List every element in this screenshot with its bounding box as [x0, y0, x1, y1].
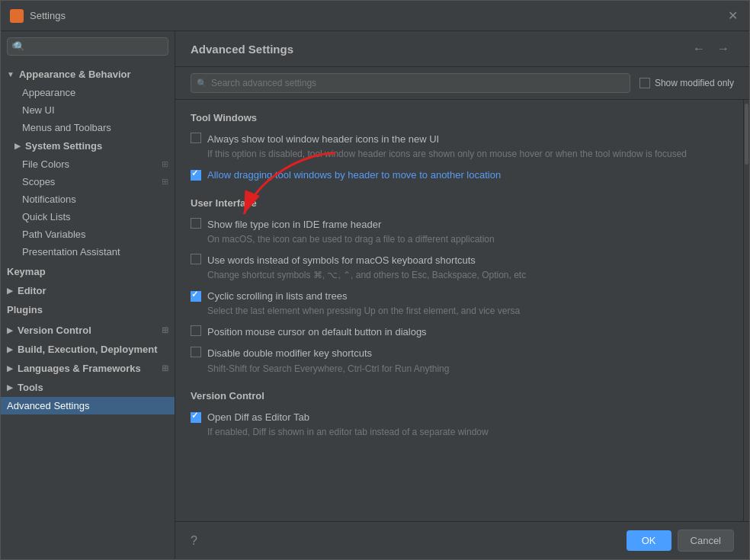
ok-button[interactable]: OK	[627, 530, 671, 551]
sidebar-label-file-colors: File Colors	[22, 158, 69, 170]
setting-label-vc1: Open Diff as Editor Tab	[207, 411, 309, 424]
sidebar-label-build-execution: Build, Execution, Deployment	[18, 344, 157, 355]
setting-desc-ui1: On macOS, the icon can be used to drag a…	[207, 233, 734, 246]
sidebar-item-keymap[interactable]: Keymap	[1, 262, 175, 281]
checkbox-ui1[interactable]	[191, 218, 201, 229]
sidebar-item-notifications[interactable]: Notifications	[1, 190, 175, 208]
sidebar-item-quick-lists[interactable]: Quick Lists	[1, 208, 175, 226]
setting-row-ui3: Cyclic scrolling in lists and trees	[191, 290, 734, 303]
show-modified-checkbox[interactable]	[639, 78, 650, 88]
checkbox-ui3[interactable]	[191, 291, 201, 302]
cancel-button[interactable]: Cancel	[678, 530, 734, 552]
scrollbar-track[interactable]	[743, 100, 749, 521]
setting-label-ui3: Cyclic scrolling in lists and trees	[207, 290, 348, 303]
help-button[interactable]: ?	[191, 534, 197, 548]
checkbox-tw1[interactable]	[191, 133, 201, 143]
panel-header: Advanced Settings ← →	[175, 31, 749, 67]
sidebar-item-tools[interactable]: ▶ Tools	[1, 378, 175, 397]
setting-item-ui5: Disable double modifier key shortcuts Sh…	[191, 347, 734, 375]
chevron-down-icon: ▼	[7, 70, 14, 78]
setting-row-ui2: Use words instead of symbols for macOS k…	[191, 254, 734, 267]
checkbox-ui4[interactable]	[191, 325, 201, 336]
setting-label-tw2: Allow dragging tool windows by header to…	[207, 168, 501, 182]
sidebar-label-quick-lists: Quick Lists	[22, 211, 71, 222]
panel-content: Tool Windows Always show tool window hea…	[175, 100, 749, 521]
sidebar-item-menus-toolbars[interactable]: Menus and Toolbars	[1, 119, 175, 136]
sidebar-item-scopes[interactable]: Scopes ⊞	[1, 173, 175, 190]
sidebar-item-build-execution[interactable]: ▶ Build, Execution, Deployment	[1, 340, 175, 359]
forward-button[interactable]: →	[713, 40, 734, 57]
setting-label-ui2: Use words instead of symbols for macOS k…	[207, 254, 476, 267]
sidebar-label-tools: Tools	[18, 382, 43, 393]
setting-desc-ui2: Change shortcut symbols ⌘, ⌥, ⌃, and oth…	[207, 269, 734, 282]
checkbox-ui2[interactable]	[191, 254, 201, 264]
section-title-version-control: Version Control	[191, 390, 734, 402]
sidebar-item-languages-frameworks[interactable]: ▶ Languages & Frameworks ⊞	[1, 359, 175, 378]
setting-row-ui1: Show file type icon in IDE frame header	[191, 218, 734, 232]
checkbox-ui5[interactable]	[191, 347, 201, 357]
sidebar-search-wrap	[1, 31, 175, 62]
sidebar-item-file-colors[interactable]: File Colors ⊞	[1, 155, 175, 173]
sidebar-label-presentation-assistant: Presentation Assistant	[22, 246, 120, 258]
nav-buttons: ← →	[688, 40, 734, 57]
sidebar-label-languages-frameworks: Languages & Frameworks	[18, 363, 141, 374]
sidebar-item-version-control[interactable]: ▶ Version Control ⊞	[1, 321, 175, 340]
sidebar-label-scopes: Scopes	[22, 176, 55, 187]
sidebar-item-appearance[interactable]: Appearance	[1, 84, 175, 101]
scrollbar-thumb[interactable]	[745, 104, 748, 165]
sidebar-item-path-variables[interactable]: Path Variables	[1, 226, 175, 243]
app-icon	[10, 9, 24, 23]
sidebar-nav: ▼ Appearance & Behavior Appearance New U…	[1, 62, 175, 559]
sidebar-search-input[interactable]	[7, 37, 168, 56]
sidebar-label-new-ui: New UI	[22, 104, 55, 116]
sidebar-label-system-settings: System Settings	[25, 140, 102, 152]
scopes-icon: ⊞	[162, 177, 168, 187]
sidebar-item-appearance-behavior[interactable]: ▼ Appearance & Behavior	[1, 65, 175, 84]
sidebar-label-plugins: Plugins	[7, 304, 43, 315]
sidebar-item-new-ui[interactable]: New UI	[1, 101, 175, 119]
setting-row-ui5: Disable double modifier key shortcuts	[191, 347, 734, 360]
search-wrap	[191, 73, 630, 93]
sidebar-item-editor[interactable]: ▶ Editor	[1, 281, 175, 300]
sidebar-label-editor: Editor	[18, 285, 46, 296]
setting-desc-ui5: Shift-Shift for Search Everywhere, Ctrl-…	[207, 363, 734, 376]
setting-item-tw2: Allow dragging tool windows by header to…	[191, 168, 734, 182]
sidebar-item-presentation-assistant[interactable]: Presentation Assistant	[1, 243, 175, 261]
checkbox-tw2[interactable]	[191, 170, 201, 181]
sidebar-label-appearance: Appearance	[22, 87, 75, 98]
setting-row-tw2: Allow dragging tool windows by header to…	[191, 168, 734, 182]
sidebar-item-system-settings[interactable]: ▶ System Settings	[1, 136, 175, 155]
section-title-user-interface: User Interface	[191, 197, 734, 209]
panel-toolbar: Show modified only	[175, 67, 749, 100]
panel-body-wrap: Tool Windows Always show tool window hea…	[175, 100, 749, 521]
setting-row-ui4: Position mouse cursor on default button …	[191, 325, 734, 339]
panel-search-input[interactable]	[191, 73, 630, 93]
sidebar-label-notifications: Notifications	[22, 194, 76, 205]
chevron-right-icon-lang: ▶	[7, 364, 13, 373]
chevron-right-icon: ▶	[14, 142, 21, 150]
setting-label-tw1: Always show tool window header icons in …	[207, 133, 439, 146]
show-modified-wrap: Show modified only	[639, 78, 734, 88]
setting-row-vc1: Open Diff as Editor Tab	[191, 411, 734, 424]
chevron-right-icon-editor: ▶	[7, 286, 13, 295]
vc-icon: ⊞	[162, 325, 168, 335]
back-button[interactable]: ←	[688, 40, 710, 57]
checkbox-vc1[interactable]	[191, 412, 201, 423]
section-title-tool-windows: Tool Windows	[191, 112, 734, 123]
setting-item-ui4: Position mouse cursor on default button …	[191, 325, 734, 339]
sidebar-label-advanced-settings: Advanced Settings	[7, 400, 89, 411]
section-tool-windows: Tool Windows Always show tool window hea…	[191, 112, 734, 182]
sidebar-label-appearance-behavior: Appearance & Behavior	[19, 69, 131, 80]
setting-item-ui1: Show file type icon in IDE frame header …	[191, 218, 734, 246]
window-title: Settings	[30, 10, 66, 21]
right-panel: Advanced Settings ← → Show modified only	[175, 31, 749, 559]
sidebar-item-plugins[interactable]: Plugins	[1, 300, 175, 319]
sidebar-item-advanced-settings[interactable]: Advanced Settings	[1, 397, 175, 414]
chevron-right-icon-vc: ▶	[7, 326, 13, 334]
section-user-interface: User Interface Show file type icon in ID…	[191, 197, 734, 375]
sidebar-label-path-variables: Path Variables	[22, 229, 86, 240]
close-button[interactable]: ✕	[725, 8, 740, 23]
panel-title: Advanced Settings	[191, 43, 293, 56]
file-colors-icon: ⊞	[162, 159, 168, 169]
setting-label-ui1: Show file type icon in IDE frame header	[207, 218, 381, 232]
